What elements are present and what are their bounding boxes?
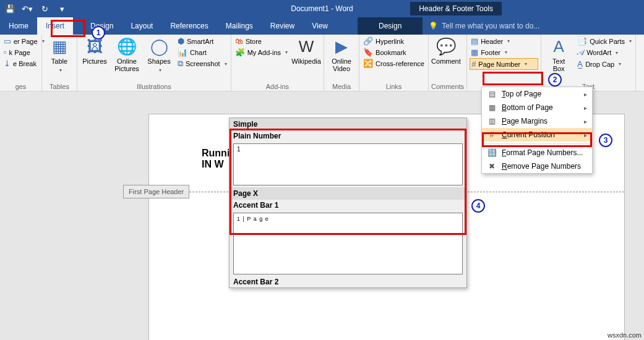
dd-separator [482, 143, 592, 144]
tell-me-search[interactable]: 💡 Tell me what you want to do... [429, 17, 539, 35]
wikipedia-button[interactable]: WWikipedia [291, 36, 321, 65]
group-comments: 💬Comment Comments [429, 35, 467, 91]
redo-icon[interactable]: ↻ [37, 1, 52, 16]
dd-top-of-page[interactable]: ▤Top of Page▸ [482, 87, 592, 101]
hyperlink-button[interactable]: 🔗Hyperlink [362, 36, 426, 46]
dd-bottom-of-page[interactable]: ▦Bottom of Page▸ [482, 101, 592, 114]
addins-icon: 🧩 [235, 48, 245, 57]
gallery-section-pagex: Page X [230, 187, 466, 200]
group-label-addins: Add-ins [234, 82, 321, 91]
wordart-button[interactable]: 𝒜WordArt [576, 47, 633, 58]
group-pages: ▭er Page ▫k Page ⤓e Break ges [0, 35, 42, 91]
document-title: Document1 - Word [291, 4, 353, 13]
submenu-arrow-icon: ▸ [584, 104, 587, 111]
dd-format-page-numbers[interactable]: 🔢Format Page Numbers... [482, 146, 592, 159]
screenshot-icon: ⧉ [178, 59, 183, 69]
gallery-item-accent1[interactable]: Accent Bar 1 [230, 200, 466, 211]
online-video-button[interactable]: ▶Online Video [327, 36, 356, 72]
bookmark-button[interactable]: 🔖Bookmark [362, 47, 426, 57]
top-page-icon: ▤ [487, 90, 497, 98]
my-addins-button[interactable]: 🧩My Add-ins [234, 47, 289, 57]
hyperlink-icon: 🔗 [363, 36, 373, 46]
chart-button[interactable]: 📊Chart [176, 47, 228, 57]
gallery-section-simple: Simple [230, 118, 466, 130]
gallery-preview-plain[interactable]: 1 [233, 143, 463, 185]
footer-icon: ▦ [471, 48, 478, 57]
pictures-button[interactable]: 🖼Pictures [80, 36, 109, 65]
tab-mailings[interactable]: Mailings [217, 17, 262, 35]
shapes-icon: ◯ [144, 37, 174, 56]
page-number-icon: # [471, 59, 476, 69]
wordart-icon: 𝒜 [577, 48, 584, 57]
comment-button[interactable]: 💬Comment [431, 36, 461, 65]
gallery-item-plain-number[interactable]: Plain Number [230, 130, 466, 142]
tab-view[interactable]: View [303, 17, 337, 35]
group-tables: ▦ Table Tables [42, 35, 77, 91]
gallery-item-accent2[interactable]: Accent Bar 2 [230, 276, 466, 287]
group-links: 🔗Hyperlink 🔖Bookmark 🔀Cross-reference Li… [359, 35, 429, 91]
comment-icon: 💬 [431, 37, 461, 56]
dd-current-position[interactable]: #Current Position▸ [482, 128, 592, 142]
tab-layout[interactable]: Layout [122, 17, 161, 35]
undo-icon[interactable]: ↶▾ [20, 1, 35, 16]
contextual-tab-title: Header & Footer Tools [410, 2, 502, 15]
dd-remove-page-numbers[interactable]: ✖Remove Page Numbers [482, 159, 592, 173]
tab-review[interactable]: Review [262, 17, 303, 35]
online-pictures-icon: 🌐 [112, 37, 142, 56]
quick-parts-button[interactable]: 📑Quick Parts [576, 36, 633, 46]
blank-page-icon: ▫ [4, 48, 7, 57]
bookmark-icon: 🔖 [363, 48, 373, 57]
dd-page-margins[interactable]: ▥Page Margins▸ [482, 114, 592, 128]
header-icon: ▤ [471, 36, 478, 46]
group-label-links: Links [362, 82, 426, 91]
margins-icon: ▥ [487, 117, 497, 125]
group-label-pages: ges [2, 82, 39, 91]
group-illustrations: 🖼Pictures 🌐Online Pictures ◯Shapes ⬢Smar… [77, 35, 231, 91]
screenshot-button[interactable]: ⧉Screenshot [176, 58, 228, 69]
cross-reference-button[interactable]: 🔀Cross-reference [362, 58, 426, 69]
submenu-arrow-icon: ▸ [584, 91, 587, 98]
tab-references[interactable]: References [161, 17, 217, 35]
pictures-icon: 🖼 [80, 37, 109, 56]
badge-4: 4 [471, 199, 485, 213]
store-icon: 🛍 [235, 36, 243, 46]
online-pictures-button[interactable]: 🌐Online Pictures [112, 36, 142, 72]
watermark: wsxdn.com [608, 331, 642, 339]
tell-me-placeholder: Tell me what you want to do... [442, 22, 539, 30]
customize-qat-icon[interactable]: ▾ [54, 1, 69, 16]
dropcap-icon: A̲ [577, 59, 583, 69]
current-pos-icon: # [487, 130, 497, 139]
titlebar: 💾 ↶▾ ↻ ▾ Document1 - Word Header & Foote… [0, 0, 644, 17]
tab-home[interactable]: Home [0, 17, 37, 35]
blank-page-button[interactable]: ▫k Page [2, 47, 39, 57]
save-icon[interactable]: 💾 [2, 1, 17, 16]
cover-page-button[interactable]: ▭er Page [2, 36, 39, 46]
format-icon: 🔢 [487, 148, 497, 157]
badge-2: 2 [548, 73, 562, 87]
quick-parts-icon: 📑 [577, 36, 587, 46]
gallery-preview-accent1[interactable]: 1 | P a g e [233, 213, 463, 274]
table-button[interactable]: ▦ Table [45, 36, 74, 74]
shapes-button[interactable]: ◯Shapes [144, 36, 174, 74]
store-button[interactable]: 🛍Store [234, 36, 289, 46]
footer-button[interactable]: ▦Footer [470, 47, 538, 57]
tab-hf-design[interactable]: Design [358, 17, 423, 35]
textbox-icon: A [544, 37, 573, 56]
tab-insert[interactable]: Insert [37, 17, 73, 35]
bottom-page-icon: ▦ [487, 103, 497, 112]
header-button[interactable]: ▤Header [470, 36, 538, 46]
group-label-comments: Comments [431, 82, 464, 91]
smartart-button[interactable]: ⬢SmartArt [176, 36, 228, 46]
page-break-button[interactable]: ⤓e Break [2, 58, 39, 69]
lightbulb-icon: 💡 [429, 22, 438, 30]
group-label-illus: Illustrations [80, 82, 228, 91]
group-media: ▶Online Video Media [324, 35, 359, 91]
page-number-button[interactable]: #Page Number [470, 58, 538, 70]
first-page-header-tab[interactable]: First Page Header [123, 185, 189, 198]
group-addins: 🛍Store 🧩My Add-ins WWikipedia Add-ins [231, 35, 324, 91]
drop-cap-button[interactable]: A̲Drop Cap [576, 59, 633, 69]
page-number-gallery[interactable]: Simple Plain Number 1 Page X Accent Bar … [229, 117, 467, 288]
submenu-arrow-icon: ▸ [584, 132, 587, 138]
page-number-dropdown: ▤Top of Page▸ ▦Bottom of Page▸ ▥Page Mar… [481, 87, 593, 174]
video-icon: ▶ [327, 37, 356, 56]
